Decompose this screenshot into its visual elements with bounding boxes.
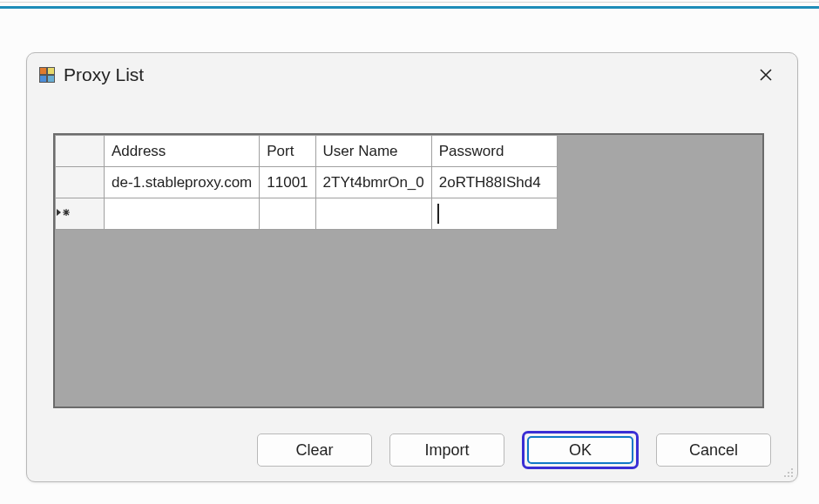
cell-password[interactable]: 2oRTH88IShd4 — [431, 167, 557, 198]
clear-button[interactable]: Clear — [257, 433, 372, 467]
cell-address[interactable]: de-1.stableproxy.com — [105, 167, 260, 198]
proxy-grid[interactable]: Address Port User Name Password de-1.sta… — [53, 133, 764, 408]
cell-port[interactable]: 11001 — [260, 167, 315, 198]
grid-header-row: Address Port User Name Password — [56, 136, 558, 167]
row-header-corner — [56, 136, 105, 167]
dialog-title: Proxy List — [64, 64, 144, 85]
titlebar: Proxy List — [27, 53, 797, 95]
new-cell-password[interactable] — [431, 198, 557, 230]
import-button[interactable]: Import — [389, 433, 504, 467]
proxy-list-dialog: Proxy List Address Port User Name Passwo… — [26, 52, 798, 482]
new-row-icon — [56, 207, 71, 218]
svg-point-3 — [784, 475, 786, 477]
col-header-address[interactable]: Address — [105, 136, 260, 167]
grid-data-row[interactable]: de-1.stableproxy.com 11001 2TYt4bmrOn_0 … — [56, 167, 558, 198]
row-header[interactable] — [56, 167, 105, 198]
new-row-indicator — [56, 198, 105, 230]
dialog-button-row: Clear Import OK Cancel — [27, 429, 797, 471]
cell-username[interactable]: 2TYt4bmrOn_0 — [315, 167, 431, 198]
svg-point-5 — [791, 475, 793, 477]
top-divider — [0, 3, 819, 9]
svg-point-1 — [788, 472, 789, 474]
cancel-button[interactable]: Cancel — [656, 433, 771, 467]
new-cell-username[interactable] — [315, 198, 431, 230]
svg-point-4 — [788, 475, 789, 477]
ok-button[interactable]: OK — [527, 436, 633, 464]
new-cell-port[interactable] — [260, 198, 315, 230]
app-icon — [39, 67, 55, 83]
grid-new-row[interactable] — [56, 198, 558, 230]
svg-point-2 — [791, 472, 793, 474]
new-cell-address[interactable] — [105, 198, 260, 230]
close-icon — [759, 68, 773, 82]
col-header-port[interactable]: Port — [260, 136, 315, 167]
col-header-username[interactable]: User Name — [315, 136, 431, 167]
ok-button-focus-ring: OK — [522, 431, 639, 469]
col-header-password[interactable]: Password — [431, 136, 557, 167]
close-button[interactable] — [748, 59, 783, 91]
